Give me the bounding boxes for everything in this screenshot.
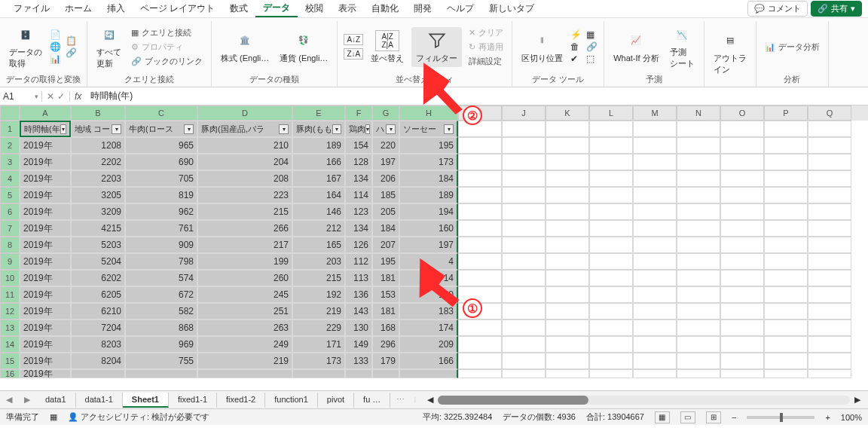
cell-B13[interactable]: 7204 bbox=[71, 319, 125, 336]
cell-B8[interactable]: 5203 bbox=[71, 237, 125, 253]
cell-C14[interactable]: 969 bbox=[125, 336, 197, 353]
cell-O2[interactable] bbox=[720, 137, 764, 154]
col-header-F[interactable]: F bbox=[345, 105, 372, 121]
col-header-O[interactable]: O bbox=[720, 105, 764, 121]
cell-A3[interactable]: 2019年 bbox=[20, 154, 71, 170]
col-header-Q[interactable]: Q bbox=[808, 105, 851, 121]
cell-J5[interactable] bbox=[502, 187, 546, 203]
cell-K9[interactable] bbox=[546, 253, 589, 270]
cell-I5[interactable] bbox=[458, 187, 502, 203]
cell-M15[interactable] bbox=[633, 353, 677, 369]
cell-E12[interactable]: 219 bbox=[292, 303, 345, 319]
cell-E2[interactable]: 189 bbox=[292, 137, 345, 154]
cell-J10[interactable] bbox=[502, 270, 546, 286]
cell-L2[interactable] bbox=[589, 137, 633, 154]
cell-E10[interactable]: 215 bbox=[292, 270, 345, 286]
cell-M13[interactable] bbox=[633, 319, 677, 336]
header-cell-H1[interactable]: ソーセー▾ bbox=[399, 121, 458, 137]
cell-C11[interactable]: 672 bbox=[125, 286, 197, 303]
cell-D11[interactable]: 245 bbox=[197, 286, 292, 303]
cell-K8[interactable] bbox=[546, 237, 589, 253]
cell-O14[interactable] bbox=[720, 336, 764, 353]
cell-C4[interactable]: 705 bbox=[125, 170, 197, 187]
formula-input[interactable]: 時間軸(年) bbox=[86, 90, 868, 102]
cell-P5[interactable] bbox=[764, 187, 808, 203]
cell-M10[interactable] bbox=[633, 270, 677, 286]
cell-H10[interactable]: 14 bbox=[399, 270, 458, 286]
cell-L10[interactable] bbox=[589, 270, 633, 286]
cell-L13[interactable] bbox=[589, 319, 633, 336]
cell-J3[interactable] bbox=[502, 154, 546, 170]
cell-L9[interactable] bbox=[589, 253, 633, 270]
sheet-tab-data1-1[interactable]: data1-1 bbox=[76, 393, 123, 408]
cell-O12[interactable] bbox=[720, 303, 764, 319]
cell-I13[interactable] bbox=[458, 319, 502, 336]
cell-C6[interactable]: 962 bbox=[125, 203, 197, 220]
cell-M6[interactable] bbox=[633, 203, 677, 220]
cell-P14[interactable] bbox=[764, 336, 808, 353]
cell-A9[interactable]: 2019年 bbox=[20, 253, 71, 270]
cell-O5[interactable] bbox=[720, 187, 764, 203]
tab-data[interactable]: データ bbox=[255, 0, 298, 17]
cell-I15[interactable] bbox=[458, 353, 502, 369]
cell-O13[interactable] bbox=[720, 319, 764, 336]
cell-G9[interactable]: 195 bbox=[372, 253, 399, 270]
name-box[interactable]: A1▾ bbox=[0, 91, 42, 102]
cell-P13[interactable] bbox=[764, 319, 808, 336]
cell-F3[interactable]: 128 bbox=[345, 154, 372, 170]
cell-I7[interactable] bbox=[458, 220, 502, 237]
cell-D4[interactable]: 208 bbox=[197, 170, 292, 187]
cell-B4[interactable]: 2203 bbox=[71, 170, 125, 187]
cell-L1[interactable] bbox=[589, 121, 633, 137]
cell-O3[interactable] bbox=[720, 154, 764, 170]
currency-button[interactable]: 💱 通貨 (Engli… bbox=[277, 29, 331, 66]
cell-B2[interactable]: 1208 bbox=[71, 137, 125, 154]
cell-G8[interactable]: 207 bbox=[372, 237, 399, 253]
cell-C15[interactable]: 755 bbox=[125, 353, 197, 369]
cell-I11[interactable] bbox=[458, 286, 502, 303]
cell-O7[interactable] bbox=[720, 220, 764, 237]
cell-Q2[interactable] bbox=[808, 137, 851, 154]
cell-K3[interactable] bbox=[546, 154, 589, 170]
cell-L4[interactable] bbox=[589, 170, 633, 187]
cell-M12[interactable] bbox=[633, 303, 677, 319]
cell-F16[interactable] bbox=[345, 369, 372, 378]
data-analysis-button[interactable]: 📊 データ分析 bbox=[763, 41, 822, 54]
cell-B15[interactable]: 8204 bbox=[71, 353, 125, 369]
cell-Q1[interactable] bbox=[808, 121, 851, 137]
cell-H13[interactable]: 174 bbox=[399, 319, 458, 336]
cell-D5[interactable]: 223 bbox=[197, 187, 292, 203]
properties-button[interactable]: ⚙ プロパティ bbox=[129, 41, 205, 54]
filter-dropdown-icon[interactable]: ▾ bbox=[112, 124, 121, 134]
cell-I4[interactable] bbox=[458, 170, 502, 187]
cell-B14[interactable]: 8203 bbox=[71, 336, 125, 353]
filter-dropdown-icon[interactable]: ▾ bbox=[60, 124, 66, 134]
sheet-tab-fixed1-2[interactable]: fixed1-2 bbox=[217, 393, 265, 408]
cell-A7[interactable]: 2019年 bbox=[20, 220, 71, 237]
col-header-E[interactable]: E bbox=[292, 105, 345, 121]
cell-P9[interactable] bbox=[764, 253, 808, 270]
advanced-filter-button[interactable]: 詳細設定 bbox=[466, 55, 506, 68]
cell-M14[interactable] bbox=[633, 336, 677, 353]
cell-L12[interactable] bbox=[589, 303, 633, 319]
cell-B9[interactable]: 5204 bbox=[71, 253, 125, 270]
cell-J1[interactable] bbox=[502, 121, 546, 137]
cell-N6[interactable] bbox=[677, 203, 720, 220]
tab-new[interactable]: 新しいタブ bbox=[481, 1, 542, 17]
col-header-C[interactable]: C bbox=[125, 105, 197, 121]
cell-F6[interactable]: 123 bbox=[345, 203, 372, 220]
cell-P15[interactable] bbox=[764, 353, 808, 369]
row-header-15[interactable]: 15 bbox=[0, 353, 20, 369]
cell-F13[interactable]: 130 bbox=[345, 319, 372, 336]
cell-Q12[interactable] bbox=[808, 303, 851, 319]
header-cell-F1[interactable]: 鶏肉▾ bbox=[345, 121, 372, 137]
next-sheet-icon[interactable]: ▶ bbox=[18, 395, 36, 405]
cell-O4[interactable] bbox=[720, 170, 764, 187]
cell-G10[interactable]: 181 bbox=[372, 270, 399, 286]
cell-L3[interactable] bbox=[589, 154, 633, 170]
cell-E4[interactable]: 167 bbox=[292, 170, 345, 187]
cell-J7[interactable] bbox=[502, 220, 546, 237]
cell-Q14[interactable] bbox=[808, 336, 851, 353]
cell-N9[interactable] bbox=[677, 253, 720, 270]
cell-L16[interactable] bbox=[589, 369, 633, 378]
